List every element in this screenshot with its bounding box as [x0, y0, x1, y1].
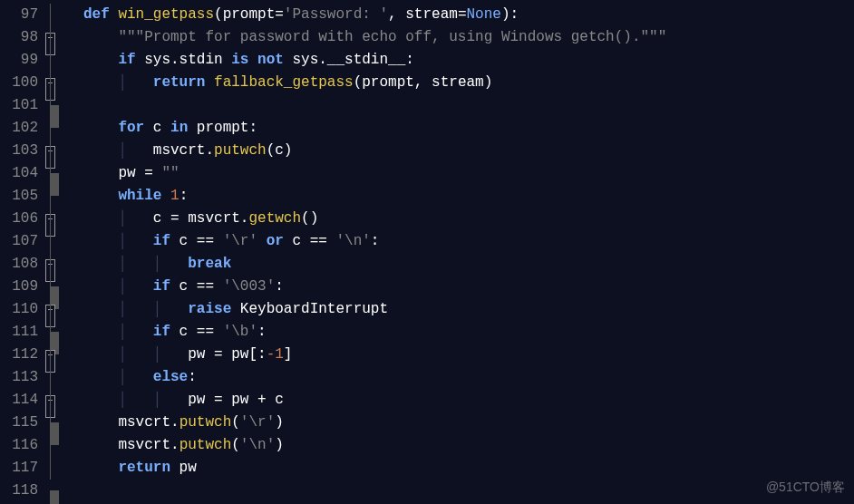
token-op: :: [275, 278, 284, 295]
token-op: (c): [267, 142, 293, 159]
token-kw: if: [118, 52, 135, 68]
code-line[interactable]: [83, 480, 666, 502]
token-kw: for: [118, 120, 144, 136]
token-op: msvcrt.: [83, 414, 180, 431]
code-line[interactable]: │ return fallback_getpass(prompt, stream…: [83, 72, 666, 94]
code-line[interactable]: │ if c == '\003':: [83, 276, 666, 298]
code-line[interactable]: │ │ raise KeyboardInterrupt: [83, 298, 666, 321]
token-str: '\003': [223, 278, 276, 295]
code-line[interactable]: pw = "": [83, 162, 666, 185]
code-line[interactable]: │ │ break: [83, 253, 666, 276]
line-number: 115: [0, 412, 38, 434]
token-op: [83, 324, 118, 340]
fold-cell: [44, 4, 80, 26]
token-op: :: [371, 233, 380, 249]
fold-column[interactable]: [44, 0, 80, 504]
line-number: 113: [0, 366, 38, 389]
token-op: c ==: [170, 233, 223, 249]
token-op: [83, 120, 118, 136]
token-kw: return: [153, 74, 206, 91]
fold-cell: [44, 72, 80, 94]
token-fn: putwch: [180, 414, 232, 431]
fold-cell: [44, 298, 80, 321]
token-op: [83, 29, 118, 45]
token-fn: fallback_getpass: [214, 74, 354, 91]
code-line[interactable]: msvcrt.putwch('\n'): [83, 434, 666, 457]
token-op: pw = pw[:: [188, 346, 266, 363]
code-line[interactable]: │ c = msvcrt.getwch(): [83, 208, 666, 230]
fold-cell: [44, 344, 80, 366]
token-op: pw =: [83, 165, 161, 181]
token-kw: raise: [188, 301, 231, 317]
token-op: c = msvcrt.: [153, 210, 249, 227]
fold-cell: [44, 412, 80, 434]
token-op: [161, 188, 170, 204]
code-line[interactable]: │ if c == '\b':: [83, 321, 666, 344]
token-op: c: [144, 120, 170, 136]
token-indent-guide: │ │: [118, 301, 188, 317]
token-indent-guide: │: [118, 210, 152, 227]
code-line[interactable]: def win_getpass(prompt='Password: ', str…: [83, 4, 666, 26]
fold-cell: [44, 140, 80, 162]
code-line[interactable]: │ if c == '\r' or c == '\n':: [83, 230, 666, 253]
code-line[interactable]: │ msvcrt.putwch(c): [83, 140, 666, 162]
token-indent-guide: │: [118, 74, 152, 91]
token-num: 1: [170, 188, 180, 204]
code-line[interactable]: """Prompt for password with echo off, us…: [83, 26, 666, 49]
token-indent-guide: │ │: [118, 256, 188, 272]
token-kw: break: [188, 256, 231, 272]
token-indent-guide: │: [118, 278, 152, 295]
code-line[interactable]: │ │ pw = pw + c: [83, 389, 666, 412]
code-content[interactable]: def win_getpass(prompt='Password: ', str…: [80, 0, 666, 504]
code-line[interactable]: msvcrt.putwch('\r'): [83, 412, 666, 434]
token-op: msvcrt.: [83, 437, 180, 453]
fold-cell: [44, 253, 80, 276]
token-op: [83, 210, 118, 227]
line-number-gutter: 9798991001011021031041051061071081091101…: [0, 0, 44, 504]
line-number: 112: [0, 344, 38, 366]
line-number: 102: [0, 117, 38, 140]
line-number: 110: [0, 298, 38, 321]
fold-cell: [44, 366, 80, 389]
token-op: [83, 278, 118, 295]
fold-cell: [44, 230, 80, 253]
token-str: '\n': [335, 233, 370, 249]
code-line[interactable]: while 1:: [83, 185, 666, 208]
token-op: :: [180, 188, 189, 204]
fold-cell: [44, 276, 80, 298]
token-op: [83, 233, 118, 249]
token-op: [205, 74, 214, 91]
line-number: 114: [0, 389, 38, 412]
fold-cell: [44, 117, 80, 140]
line-number: 117: [0, 457, 38, 480]
token-op: pw: [170, 460, 197, 476]
token-op: [83, 392, 118, 408]
token-str: '\b': [223, 324, 257, 340]
token-kw: def: [83, 6, 118, 23]
token-op: pw = pw + c: [188, 392, 284, 408]
code-line[interactable]: │ │ pw = pw[:-1]: [83, 344, 666, 366]
fold-cell: [44, 208, 80, 230]
token-op: [83, 188, 118, 204]
token-kw: while: [118, 188, 161, 204]
code-editor[interactable]: 9798991001011021031041051061071081091101…: [0, 0, 854, 504]
fold-cell: [44, 457, 80, 480]
token-op: ): [275, 414, 284, 431]
fold-cell: [44, 185, 80, 208]
token-fn: getwch: [248, 210, 301, 227]
token-num: -1: [267, 346, 284, 363]
token-indent-guide: │: [118, 369, 152, 385]
token-op: [83, 460, 118, 476]
fold-cell: [44, 162, 80, 185]
code-line[interactable]: │ else:: [83, 366, 666, 389]
token-op: [83, 346, 118, 363]
code-line[interactable]: if sys.stdin is not sys.__stdin__:: [83, 49, 666, 72]
token-op: (prompt, stream): [354, 74, 493, 91]
code-line[interactable]: for c in prompt:: [83, 117, 666, 140]
code-line[interactable]: return pw: [83, 457, 666, 480]
token-op: (): [301, 210, 318, 227]
token-op: [83, 369, 118, 385]
token-kw: or: [267, 233, 284, 249]
token-op: , stream=: [388, 6, 466, 23]
code-line[interactable]: [83, 94, 666, 117]
